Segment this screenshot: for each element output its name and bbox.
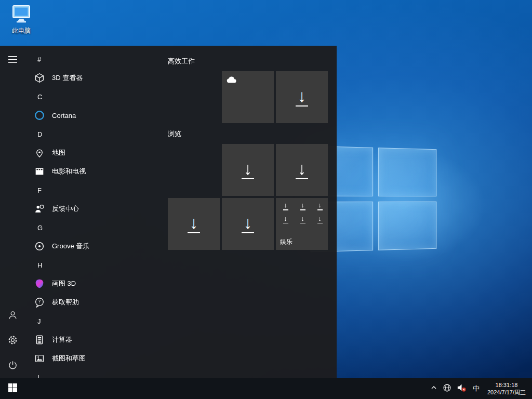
app-list-section-hash[interactable]: # <box>25 50 168 69</box>
mini-download-arrow-icon: ↓ <box>312 202 327 210</box>
app-label: 地图 <box>52 148 65 157</box>
tile-grid-browse: ↓ ↓ ↓ ↓ <box>168 144 332 250</box>
tile-pending-app-5[interactable]: ↓ <box>222 198 274 250</box>
tile-pending-app-1[interactable]: ↓ <box>276 71 328 123</box>
app-item-cortana[interactable]: Cortana <box>25 106 168 125</box>
start-button[interactable] <box>0 378 25 399</box>
tile-pending-app-4[interactable]: ↓ <box>168 198 220 250</box>
tile-folder-entertainment[interactable]: ↓ ↓ ↓ ↓ ↓ ↓ 娱乐 <box>276 198 328 250</box>
app-list-section-h[interactable]: H <box>25 256 168 274</box>
section-letter: J <box>37 317 41 325</box>
cortana-icon <box>33 109 46 122</box>
section-letter: C <box>37 93 42 101</box>
desktop-icon-label: 此电脑 <box>12 27 31 34</box>
tile-grid-productivity: ↓ <box>168 71 332 123</box>
app-label: 计算器 <box>52 335 72 344</box>
folder-label: 娱乐 <box>280 237 292 246</box>
app-item-maps[interactable]: 地图 <box>25 143 168 162</box>
paint-3d-icon <box>33 277 46 290</box>
app-list-section-c[interactable]: C <box>25 87 168 106</box>
system-tray: 中 18:31:18 2024/7/17/周三 <box>428 378 532 399</box>
svg-text:?: ? <box>38 299 41 304</box>
movies-tv-icon <box>33 165 46 178</box>
desktop[interactable]: 此电脑 <box>0 0 532 399</box>
app-item-get-help[interactable]: ? 获取帮助 <box>25 293 168 312</box>
section-letter: H <box>37 261 42 269</box>
power-button[interactable] <box>0 353 25 378</box>
network-button[interactable] <box>440 378 454 399</box>
start-menu-rail <box>0 46 25 378</box>
tile-pending-app-3[interactable]: ↓ <box>276 144 328 196</box>
logo-pane <box>378 202 436 250</box>
get-help-icon: ? <box>33 296 46 309</box>
section-letter: L <box>37 374 41 379</box>
clock-time: 18:31:18 <box>487 381 526 389</box>
user-account-button[interactable] <box>0 303 25 328</box>
start-menu-tiles: 高效工作 ↓ 浏览 ↓ <box>168 46 332 250</box>
app-label: 反馈中心 <box>52 204 79 214</box>
download-arrow-icon: ↓ <box>188 215 200 233</box>
app-item-calculator[interactable]: 计算器 <box>25 330 168 349</box>
expand-menu-button[interactable] <box>0 48 25 73</box>
section-letter: # <box>37 56 41 63</box>
this-pc-monitor-icon <box>4 4 38 25</box>
tile-pending-app-2[interactable]: ↓ <box>222 144 274 196</box>
tile-empty-slot <box>168 144 220 196</box>
logo-pane <box>378 148 436 196</box>
tray-overflow-button[interactable] <box>428 378 440 399</box>
taskbar-clock[interactable]: 18:31:18 2024/7/17/周三 <box>483 381 530 396</box>
app-label: 获取帮助 <box>52 298 79 307</box>
start-menu-app-list: # 3D 查看器 C Cortana D <box>25 46 168 378</box>
app-item-3d-viewer[interactable]: 3D 查看器 <box>25 69 168 87</box>
app-item-movies-tv[interactable]: 电影和电视 <box>25 162 168 181</box>
app-list-section-j[interactable]: J <box>25 312 168 330</box>
app-label: 3D 查看器 <box>52 73 83 83</box>
app-label: 画图 3D <box>52 279 76 288</box>
network-globe-icon <box>443 383 451 394</box>
app-list-section-l[interactable]: L <box>25 368 168 378</box>
mini-download-arrow-icon: ↓ <box>278 202 293 210</box>
app-list-section-f[interactable]: F <box>25 181 168 200</box>
download-arrow-icon: ↓ <box>296 88 308 107</box>
feedback-hub-icon <box>33 203 46 215</box>
clock-date: 2024/7/17/周三 <box>487 389 526 396</box>
groove-music-icon <box>33 240 46 252</box>
app-label: 截图和草图 <box>52 354 86 363</box>
tile-group-label-productivity[interactable]: 高效工作 <box>168 57 332 65</box>
volume-muted-icon <box>457 383 467 394</box>
taskbar: 中 18:31:18 2024/7/17/周三 <box>0 378 532 399</box>
volume-button[interactable] <box>454 378 469 399</box>
app-item-paint-3d[interactable]: 画图 3D <box>25 274 168 293</box>
ime-indicator[interactable]: 中 <box>469 378 483 399</box>
section-letter: D <box>37 130 42 138</box>
app-label: 电影和电视 <box>52 167 86 176</box>
power-icon <box>8 360 18 372</box>
app-item-feedback-hub[interactable]: 反馈中心 <box>25 200 168 218</box>
section-letter: F <box>37 187 42 194</box>
hamburger-icon <box>8 56 17 65</box>
user-icon <box>8 310 18 322</box>
tile-onedrive[interactable] <box>222 71 274 123</box>
calculator-icon <box>33 334 46 346</box>
windows-logo-icon <box>8 383 17 394</box>
app-item-groove-music[interactable]: Groove 音乐 <box>25 237 168 256</box>
folder-mini-tiles: ↓ ↓ ↓ ↓ ↓ ↓ <box>278 202 327 223</box>
desktop-icon-this-pc[interactable]: 此电脑 <box>4 4 38 35</box>
app-list-section-d[interactable]: D <box>25 125 168 143</box>
onedrive-cloud-icon <box>227 76 237 85</box>
mini-download-arrow-icon: ↓ <box>295 202 310 210</box>
mini-download-arrow-icon: ↓ <box>295 216 310 224</box>
app-label: Cortana <box>52 112 76 119</box>
maps-icon <box>33 147 46 159</box>
app-list-section-g[interactable]: G <box>25 218 168 237</box>
start-menu: # 3D 查看器 C Cortana D <box>0 46 337 378</box>
download-arrow-icon: ↓ <box>242 215 254 233</box>
settings-button[interactable] <box>0 328 25 353</box>
download-arrow-icon: ↓ <box>296 161 308 179</box>
3d-viewer-icon <box>33 72 46 84</box>
tile-group-label-browse[interactable]: 浏览 <box>168 130 332 138</box>
app-item-snip-sketch[interactable]: 截图和草图 <box>25 349 168 368</box>
mini-download-arrow-icon: ↓ <box>278 216 293 224</box>
snip-sketch-icon <box>33 352 46 365</box>
download-arrow-icon: ↓ <box>242 161 254 179</box>
